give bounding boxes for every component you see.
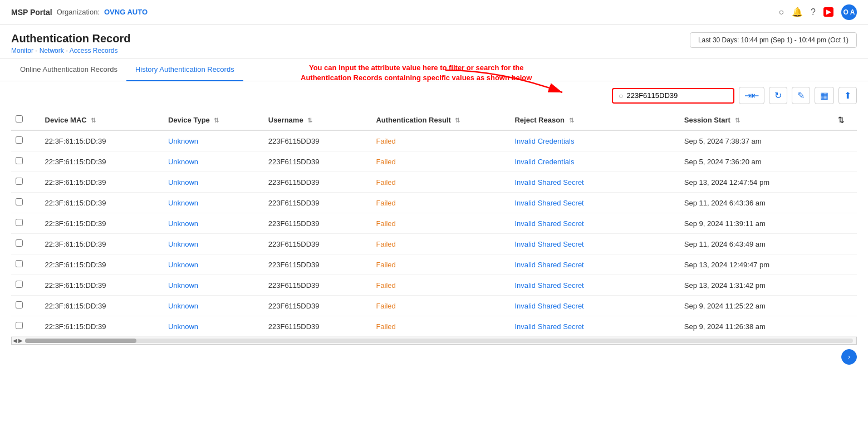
nav-right: ○ 🔔 ? ▶ O A xyxy=(778,4,857,20)
breadcrumb-access-records[interactable]: Access Records xyxy=(70,47,118,55)
sort-mac-icon[interactable]: ⇅ xyxy=(91,117,96,124)
row-checkbox-0[interactable] xyxy=(16,136,23,144)
search-icon[interactable]: ○ xyxy=(778,7,784,17)
bell-icon[interactable]: 🔔 xyxy=(792,7,803,17)
pagination-button[interactable]: › xyxy=(841,349,857,365)
sort-type-icon[interactable]: ⇅ xyxy=(214,117,219,124)
horizontal-scrollbar[interactable]: ◀ ▶ xyxy=(11,337,857,345)
search-input[interactable] xyxy=(626,91,728,100)
row-checkbox-cell xyxy=(11,316,41,337)
row-type[interactable]: Unknown xyxy=(164,275,264,296)
tab-history-auth[interactable]: History Authentication Records xyxy=(126,58,243,81)
row-reject-reason[interactable]: Invalid Shared Secret xyxy=(510,193,679,213)
table-row: 22:3F:61:15:DD:39 Unknown 223F6115DD39 F… xyxy=(11,316,857,337)
row-reject-reason[interactable]: Invalid Shared Secret xyxy=(510,296,679,316)
sort-reject-icon[interactable]: ⇅ xyxy=(569,117,574,124)
select-all-checkbox[interactable] xyxy=(16,115,23,122)
sort-session-icon[interactable]: ⇅ xyxy=(735,117,740,124)
row-extra xyxy=(833,296,857,316)
sort-auth-icon[interactable]: ⇅ xyxy=(455,117,460,124)
checkbox-header xyxy=(11,110,41,130)
table-row: 22:3F:61:15:DD:39 Unknown 223F6115DD39 F… xyxy=(11,275,857,296)
user-avatar[interactable]: O A xyxy=(841,4,857,20)
auth-records-table: Device MAC ⇅ Device Type ⇅ Username ⇅ Au… xyxy=(11,110,857,337)
row-mac: 22:3F:61:15:DD:39 xyxy=(41,296,164,316)
row-session-start: Sep 5, 2024 7:38:37 am xyxy=(680,130,834,151)
table-row: 22:3F:61:15:DD:39 Unknown 223F6115DD39 F… xyxy=(11,213,857,234)
row-checkbox-2[interactable] xyxy=(16,178,23,185)
row-reject-reason[interactable]: Invalid Shared Secret xyxy=(510,316,679,337)
row-auth-result: Failed xyxy=(371,234,510,254)
tabs-area: You can input the attribute value here t… xyxy=(0,58,868,81)
row-reject-reason[interactable]: Invalid Credentials xyxy=(510,151,679,172)
row-checkbox-5[interactable] xyxy=(16,239,23,247)
row-auth-result: Failed xyxy=(371,193,510,213)
help-icon[interactable]: ? xyxy=(811,7,816,17)
row-reject-reason[interactable]: Invalid Shared Secret xyxy=(510,172,679,193)
row-extra xyxy=(833,254,857,275)
row-checkbox-1[interactable] xyxy=(16,157,23,164)
row-reject-reason[interactable]: Invalid Shared Secret xyxy=(510,275,679,296)
row-type[interactable]: Unknown xyxy=(164,296,264,316)
row-extra xyxy=(833,130,857,151)
breadcrumb-monitor[interactable]: Monitor xyxy=(11,47,33,55)
row-type[interactable]: Unknown xyxy=(164,234,264,254)
org-name[interactable]: OVNG AUTO xyxy=(104,8,148,16)
row-checkbox-cell xyxy=(11,213,41,234)
edit-button[interactable]: ✎ xyxy=(792,87,810,104)
page-header: Authentication Record Monitor - Network … xyxy=(0,24,868,58)
row-type[interactable]: Unknown xyxy=(164,254,264,275)
row-auth-result: Failed xyxy=(371,130,510,151)
row-reject-reason[interactable]: Invalid Credentials xyxy=(510,130,679,151)
youtube-icon[interactable]: ▶ xyxy=(823,7,833,17)
search-box: ○ xyxy=(612,88,734,104)
row-reject-reason[interactable]: Invalid Shared Secret xyxy=(510,234,679,254)
row-session-start: Sep 9, 2024 11:26:38 am xyxy=(680,316,834,337)
row-type[interactable]: Unknown xyxy=(164,213,264,234)
row-type[interactable]: Unknown xyxy=(164,316,264,337)
table-row: 22:3F:61:15:DD:39 Unknown 223F6115DD39 F… xyxy=(11,193,857,213)
toolbar-area: ○ ⇥⇤ ↻ ✎ ▦ ⬆ xyxy=(0,81,868,110)
row-checkbox-9[interactable] xyxy=(16,322,23,329)
date-range-button[interactable]: Last 30 Days: 10:44 pm (Sep 1) - 10:44 p… xyxy=(690,32,857,48)
row-reject-reason[interactable]: Invalid Shared Secret xyxy=(510,254,679,275)
row-type[interactable]: Unknown xyxy=(164,151,264,172)
row-username: 223F6115DD39 xyxy=(264,193,372,213)
row-reject-reason[interactable]: Invalid Shared Secret xyxy=(510,213,679,234)
breadcrumb: Monitor - Network - Access Records xyxy=(11,47,130,55)
tab-online-auth[interactable]: Online Authentication Records xyxy=(11,58,126,81)
scroll-track[interactable] xyxy=(25,339,853,343)
row-username: 223F6115DD39 xyxy=(264,130,372,151)
row-checkbox-cell xyxy=(11,254,41,275)
scroll-right-btn[interactable]: ▶ xyxy=(18,337,23,344)
row-checkbox-cell xyxy=(11,172,41,193)
breadcrumb-network[interactable]: Network xyxy=(40,47,64,55)
scroll-thumb[interactable] xyxy=(25,339,136,343)
row-auth-result: Failed xyxy=(371,316,510,337)
refresh-button[interactable]: ↻ xyxy=(769,87,787,104)
compress-button[interactable]: ⇥⇤ xyxy=(739,87,764,104)
row-checkbox-7[interactable] xyxy=(16,281,23,288)
row-type[interactable]: Unknown xyxy=(164,130,264,151)
table-header-row: Device MAC ⇅ Device Type ⇅ Username ⇅ Au… xyxy=(11,110,857,130)
export-button[interactable]: ⬆ xyxy=(838,87,857,104)
row-extra xyxy=(833,234,857,254)
row-checkbox-cell xyxy=(11,234,41,254)
row-auth-result: Failed xyxy=(371,296,510,316)
col-header-device-mac: Device MAC ⇅ xyxy=(41,110,164,130)
row-type[interactable]: Unknown xyxy=(164,172,264,193)
row-checkbox-8[interactable] xyxy=(16,301,23,308)
col-header-extra: ⇅ xyxy=(833,110,857,130)
row-username: 223F6115DD39 xyxy=(264,213,372,234)
row-checkbox-4[interactable] xyxy=(16,219,23,226)
row-checkbox-3[interactable] xyxy=(16,198,23,205)
filter-button[interactable]: ▦ xyxy=(815,87,834,104)
row-extra xyxy=(833,151,857,172)
row-username: 223F6115DD39 xyxy=(264,151,372,172)
row-type[interactable]: Unknown xyxy=(164,193,264,213)
row-auth-result: Failed xyxy=(371,275,510,296)
sort-user-icon[interactable]: ⇅ xyxy=(307,117,312,124)
row-checkbox-6[interactable] xyxy=(16,260,23,267)
col-header-device-type: Device Type ⇅ xyxy=(164,110,264,130)
scroll-left-btn[interactable]: ◀ xyxy=(13,337,17,344)
